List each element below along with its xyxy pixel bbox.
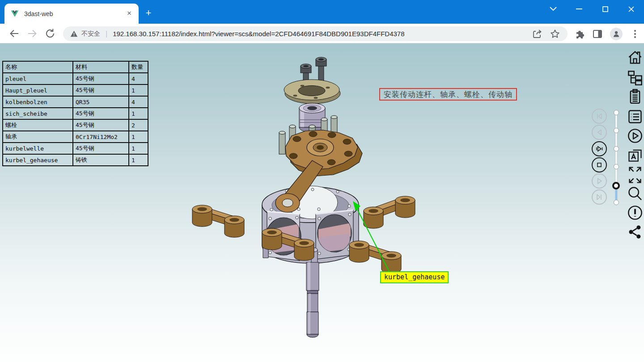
bom-cell: 45号钢 — [73, 119, 129, 131]
bookmark-star-icon[interactable] — [550, 29, 560, 39]
tab-title: 3dast-web — [24, 10, 124, 17]
tab-close-icon[interactable]: × — [124, 9, 134, 19]
browser-tab[interactable]: 3dast-web × — [4, 4, 139, 24]
back-icon[interactable] — [9, 28, 20, 39]
model-part-pleuel-right[interactable] — [349, 241, 401, 273]
bom-cell: 45号钢 — [73, 84, 129, 96]
bom-cell: 0Cr17Ni12Mo2 — [73, 131, 129, 143]
stop-button[interactable] — [592, 157, 607, 173]
bom-header-qty: 数量 — [129, 61, 148, 73]
bom-cell: kurbel_gehaeuse — [3, 154, 73, 166]
table-row: kolbenbolzen QR35 4 — [3, 96, 148, 108]
fit-view-icon[interactable] — [627, 165, 643, 185]
bom-cell: 4 — [129, 73, 148, 84]
bom-cell: Haupt_pleuel — [3, 84, 73, 96]
browser-toolbar: 不安全 | 192.168.30.157:11182/index.html?vi… — [0, 24, 644, 43]
skip-to-end-button[interactable] — [592, 189, 607, 205]
bom-header-material: 材料 — [73, 61, 129, 73]
url-separator: | — [106, 30, 107, 38]
bom-cell: 1 — [129, 143, 148, 154]
table-row: 轴承 0Cr17Ni12Mo2 1 — [3, 131, 148, 143]
table-row: kurbel_gehaeuse 铸铁 1 — [3, 154, 148, 166]
side-panel-icon[interactable] — [592, 29, 603, 39]
table-row: pleuel 45号钢 4 — [3, 73, 148, 84]
model-part-kurbelwelle[interactable] — [306, 262, 319, 337]
bom-cell: QR35 — [73, 96, 129, 108]
bom-cell: kurbelwelle — [3, 143, 73, 154]
slider-tick — [614, 164, 619, 169]
new-tab-button[interactable]: + — [142, 7, 155, 20]
assembly-tree-icon[interactable] — [627, 69, 643, 86]
bom-cell: sich_scheibe — [3, 108, 73, 119]
reload-icon[interactable] — [45, 28, 55, 39]
slider-tick — [614, 128, 619, 133]
url-bar[interactable]: 不安全 | 192.168.30.157:11182/index.html?vi… — [63, 26, 568, 41]
browser-menu-kebab-icon[interactable] — [630, 29, 640, 39]
forward-icon[interactable] — [27, 28, 38, 39]
browser-titlebar: 3dast-web × + — [0, 0, 644, 24]
bom-cell: 1 — [129, 108, 148, 119]
alert-exclamation-icon[interactable] — [627, 205, 643, 222]
step-slider-handle[interactable] — [612, 182, 620, 189]
table-row: 螺栓 45号钢 2 — [3, 119, 148, 131]
vue-favicon — [11, 10, 19, 18]
slider-tick — [614, 200, 619, 205]
window-chevron-icon[interactable] — [540, 0, 566, 18]
table-row: Haupt_pleuel 45号钢 1 — [3, 84, 148, 96]
profile-avatar[interactable] — [610, 28, 623, 40]
bom-cell: 1 — [129, 131, 148, 143]
toolbar-right-controls — [574, 28, 640, 40]
share-model-icon[interactable] — [627, 224, 643, 241]
bom-cell: 45号钢 — [73, 108, 129, 119]
bom-cell: 4 — [129, 96, 148, 108]
model-part-sich-scheibe[interactable] — [284, 80, 340, 104]
skip-to-start-button[interactable] — [592, 109, 607, 124]
share-page-icon[interactable] — [532, 29, 542, 39]
viewer-viewport[interactable]: 名称 材料 数量 pleuel 45号钢 4 Haupt_pleuel 45号钢… — [0, 43, 644, 362]
window-minimize-icon[interactable] — [566, 0, 592, 18]
annotation-icon[interactable] — [627, 147, 643, 164]
bom-cell: 45号钢 — [73, 143, 129, 154]
bom-cell: kolbenbolzen — [3, 96, 73, 108]
window-controls — [540, 0, 644, 18]
model-part-pleuel-left[interactable] — [192, 205, 244, 237]
bom-header-name: 名称 — [3, 61, 73, 73]
slider-tick — [614, 110, 619, 115]
not-secure-warning-icon[interactable] — [70, 30, 78, 37]
list-icon[interactable] — [627, 109, 643, 126]
person-icon — [612, 30, 620, 38]
bom-cell: 轴承 — [3, 131, 73, 143]
bom-cell: 1 — [129, 154, 148, 166]
bom-cell: 1 — [129, 84, 148, 96]
bom-cell: 铸铁 — [73, 154, 129, 166]
window-maximize-icon[interactable] — [592, 0, 618, 18]
bom-table: 名称 材料 数量 pleuel 45号钢 4 Haupt_pleuel 45号钢… — [2, 61, 148, 166]
extensions-puzzle-icon[interactable] — [574, 29, 585, 39]
step-play-button[interactable] — [592, 141, 607, 156]
model-part-pleuel-upper-right[interactable] — [364, 196, 415, 228]
bom-cell: 2 — [129, 119, 148, 131]
url-text[interactable]: 192.168.30.157:11182/index.html?viewer=s… — [113, 30, 532, 38]
bom-header-row: 名称 材料 数量 — [3, 61, 148, 73]
security-label: 不安全 — [81, 30, 100, 38]
slider-tick — [614, 146, 619, 152]
play-animation-icon[interactable] — [627, 128, 643, 145]
play-button[interactable] — [592, 173, 607, 189]
bom-cell: 45号钢 — [73, 73, 129, 84]
bom-cell: 螺栓 — [3, 119, 73, 131]
clipboard-icon[interactable] — [627, 88, 643, 105]
table-row: kurbelwelle 45号钢 1 — [3, 143, 148, 154]
assembly-step-note: 安装传动连杆、轴承、螺栓、传动轴 — [379, 88, 517, 101]
previous-step-button[interactable] — [592, 125, 607, 140]
home-icon[interactable] — [627, 49, 643, 66]
zoom-search-icon[interactable] — [627, 185, 643, 202]
part-label-kurbel-gehaeuse[interactable]: kurbel_gehaeuse — [380, 271, 449, 283]
browser-window: 3dast-web × + — [0, 0, 644, 362]
table-row: sich_scheibe 45号钢 1 — [3, 108, 148, 119]
bom-cell: pleuel — [3, 73, 73, 84]
window-close-icon[interactable] — [618, 0, 644, 18]
